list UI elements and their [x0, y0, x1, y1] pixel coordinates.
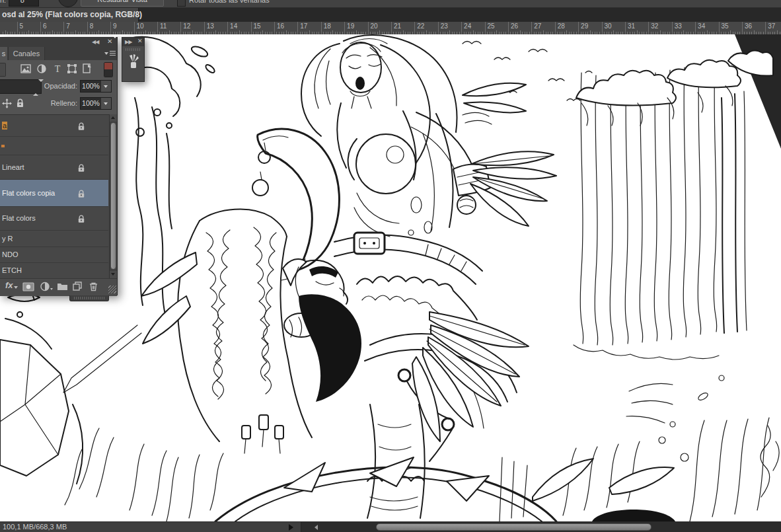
restore-view-button[interactable]: Restaurar Vista: [81, 0, 164, 7]
ruler-tick: [555, 22, 556, 34]
delete-layer-icon[interactable]: [89, 282, 98, 291]
layer-row[interactable]: Flat colors copia: [0, 180, 108, 207]
horizontal-scrollbar-thumb[interactable]: [376, 523, 651, 531]
ruler-tick: [274, 22, 275, 34]
fill-value[interactable]: 100%: [80, 97, 102, 110]
ruler-unit-label: 28: [558, 22, 565, 30]
ruler-unit-label: 9: [113, 22, 117, 30]
opacity-dropdown-icon[interactable]: [101, 80, 112, 93]
layer-name: ETCH: [2, 266, 22, 274]
document-tab-close-icon[interactable]: ×: [126, 8, 131, 22]
ruler-unit-label: 7: [66, 22, 70, 30]
layer-row[interactable]: a: [0, 115, 108, 137]
opacity-label: Opacidad:: [1, 79, 77, 93]
ruler-tick: [742, 22, 743, 34]
adjustment-layer-filter-icon[interactable]: [36, 63, 47, 74]
ruler-unit-label: 17: [300, 22, 307, 30]
layer-row[interactable]: Flat colors: [0, 207, 108, 231]
ruler-position-marker: [112, 34, 118, 38]
scroll-down-button[interactable]: [110, 271, 117, 278]
ruler-unit-label: 23: [441, 22, 448, 30]
new-layer-icon[interactable]: [73, 282, 82, 291]
ruler-tick: [321, 22, 322, 34]
panel-menu-icon[interactable]: [104, 51, 115, 57]
ruler-unit-label: 24: [464, 22, 471, 30]
fill-dropdown-icon[interactable]: [101, 97, 112, 110]
layer-row[interactable]: y R: [0, 231, 108, 247]
pixel-layer-filter-icon[interactable]: [20, 63, 31, 74]
panel-grip[interactable]: [126, 48, 141, 51]
layer-list-scrollbar[interactable]: [109, 114, 117, 278]
ruler-unit-label: 10: [137, 22, 144, 30]
scrollbar-thumb[interactable]: [110, 122, 116, 270]
layer-name: Flat colors copia: [2, 189, 55, 197]
dock-grip[interactable]: [69, 295, 109, 301]
ruler-unit-label: 12: [183, 22, 190, 30]
ruler-unit-label: 26: [511, 22, 518, 30]
adjustment-layer-icon[interactable]: [40, 282, 53, 291]
tab-capas[interactable]: s: [0, 47, 7, 60]
type-layer-filter-icon[interactable]: T: [52, 63, 63, 74]
scroll-up-button[interactable]: [110, 114, 117, 122]
layer-row[interactable]: NDO: [0, 247, 108, 263]
ruler-unit-label: 33: [675, 22, 682, 30]
lock-row: Relleno: 100%: [0, 96, 117, 113]
layer-filter-toggle[interactable]: [104, 62, 113, 77]
ruler-tick: [180, 22, 181, 34]
ruler-unit-label: 18: [324, 22, 331, 30]
close-panel-icon[interactable]: ✕: [107, 38, 112, 45]
brush-presets-icon[interactable]: [127, 54, 140, 69]
layer-row[interactable]: [0, 137, 108, 155]
ruler-unit-label: 11: [160, 22, 167, 30]
expand-panel-icon[interactable]: ▶▶: [125, 39, 131, 45]
opacity-value[interactable]: 100%: [80, 80, 102, 93]
layer-lock-icon: [77, 164, 85, 172]
ruler-tick: [765, 22, 766, 34]
status-flyout-arrow-icon[interactable]: [289, 524, 293, 531]
rotate-all-windows-checkbox[interactable]: [177, 0, 186, 7]
collapse-panel-icon[interactable]: ◀◀: [92, 39, 98, 45]
horizontal-scrollbar[interactable]: [301, 522, 781, 532]
ruler-tick: [134, 22, 135, 34]
ruler-unit-label: 37: [768, 22, 775, 30]
layer-lock-badge: [77, 189, 85, 201]
ruler-tick: [625, 22, 626, 34]
layer-group-icon[interactable]: [57, 282, 68, 291]
brush-presets-panel: ▶▶ ✕: [122, 37, 145, 82]
layer-mask-icon[interactable]: [22, 282, 34, 291]
ruler-tick: [438, 22, 439, 34]
ruler-tick: [40, 22, 41, 34]
layer-row[interactable]: Lineart: [0, 155, 108, 180]
shape-layer-filter-icon[interactable]: [67, 63, 77, 74]
layer-name: Lineart: [2, 163, 24, 171]
ruler-tick: [461, 22, 462, 34]
layer-lock-icon: [77, 215, 85, 223]
document-tab-bar: osd al 25% (Flat colors copia, RGB/8) ×: [0, 8, 781, 22]
filter-kind-dropdown[interactable]: [0, 63, 6, 77]
layer-style-icon[interactable]: fx: [5, 280, 13, 290]
layer-lock-badge: [77, 214, 85, 226]
rotation-dial[interactable]: [58, 0, 78, 7]
panel-resize-grip[interactable]: [108, 285, 116, 293]
close-panel-icon[interactable]: ✕: [137, 38, 143, 44]
layer-lock-badge: [77, 122, 85, 133]
ruler-unit-label: 22: [417, 22, 424, 30]
ruler-unit-label: 20: [371, 22, 378, 30]
layer-row[interactable]: ETCH: [0, 263, 108, 279]
ruler-tick: [63, 22, 64, 34]
layer-color-label: [1, 145, 5, 147]
ruler-tick: [672, 22, 673, 34]
horizontal-ruler: 5678910111213141516171819202122232425262…: [0, 22, 781, 35]
ruler-tick: [87, 22, 88, 34]
tab-canales[interactable]: Canales: [8, 47, 45, 60]
smart-object-filter-icon[interactable]: [82, 63, 93, 74]
rotation-angle-input[interactable]: 8°: [9, 0, 39, 7]
layer-name: y R: [2, 235, 13, 243]
ruler-tick: [695, 22, 696, 34]
scroll-left-arrow-icon[interactable]: [315, 525, 318, 530]
ruler-tick: [297, 22, 298, 34]
document-size-status: 100,1 MB/668,3 MB: [3, 523, 67, 531]
ruler-unit-label: 21: [394, 22, 401, 30]
ruler-unit-label: 13: [207, 22, 214, 30]
document-tab[interactable]: osd al 25% (Flat colors copia, RGB/8) ×: [0, 8, 139, 22]
